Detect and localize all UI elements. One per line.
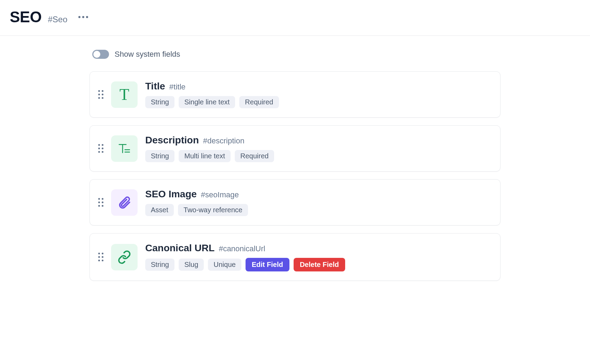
field-name: Description <box>145 135 199 146</box>
field-title-row: Title#title <box>145 81 492 92</box>
field-body: SEO Image#seoImageAssetTwo-way reference <box>145 189 492 216</box>
drag-handle-icon[interactable] <box>98 198 103 207</box>
field-badge: Required <box>239 96 279 108</box>
more-actions-button[interactable] <box>77 15 90 19</box>
field-badge: Slug <box>179 259 204 271</box>
field-body: Canonical URL#canonicalUrlStringSlugUniq… <box>145 243 492 271</box>
field-tag: #canonicalUrl <box>219 244 265 253</box>
badge-row: AssetTwo-way reference <box>145 204 492 216</box>
badge-row: StringSingle line textRequired <box>145 96 492 108</box>
field-card[interactable]: Canonical URL#canonicalUrlStringSlugUniq… <box>90 233 500 281</box>
page-title: SEO <box>10 8 41 26</box>
field-badge: Asset <box>145 204 174 216</box>
show-system-fields-toggle[interactable] <box>92 50 109 59</box>
badge-row: StringMulti line textRequired <box>145 150 492 162</box>
field-badge: Two-way reference <box>178 204 248 216</box>
field-card[interactable]: Description#descriptionStringMulti line … <box>90 125 500 172</box>
field-badge: String <box>145 96 174 108</box>
drag-handle-icon[interactable] <box>98 90 103 99</box>
page-tag: #Seo <box>48 15 67 24</box>
field-type-icon <box>111 135 138 162</box>
field-card[interactable]: TTitle#titleStringSingle line textRequir… <box>90 71 500 118</box>
field-type-icon <box>111 244 138 270</box>
delete-field-button[interactable]: Delete Field <box>294 258 345 271</box>
text-icon: T <box>119 85 129 104</box>
field-badge: Single line text <box>179 96 235 108</box>
field-badge: Multi line text <box>179 150 231 162</box>
field-body: Title#titleStringSingle line textRequire… <box>145 81 492 108</box>
field-card[interactable]: SEO Image#seoImageAssetTwo-way reference <box>90 179 500 225</box>
field-badge: Required <box>235 150 274 162</box>
field-title-row: Description#description <box>145 135 492 146</box>
edit-field-button[interactable]: Edit Field <box>246 258 289 271</box>
show-system-fields-label: Show system fields <box>115 50 180 59</box>
badge-row: StringSlugUniqueEdit FieldDelete Field <box>145 258 492 271</box>
multiline-text-icon <box>117 142 131 156</box>
show-system-fields-row: Show system fields <box>92 50 500 59</box>
field-type-icon: T <box>111 81 138 108</box>
field-badge: Unique <box>208 259 241 271</box>
field-body: Description#descriptionStringMulti line … <box>145 135 492 162</box>
field-type-icon <box>111 189 138 216</box>
field-name: SEO Image <box>145 189 197 200</box>
field-tag: #description <box>203 136 244 145</box>
drag-handle-icon[interactable] <box>98 144 103 153</box>
field-tag: #seoImage <box>201 190 239 199</box>
field-badge: String <box>145 259 174 271</box>
page-header: SEO #Seo <box>0 0 590 36</box>
field-badge: String <box>145 150 174 162</box>
attachment-icon <box>117 196 131 209</box>
link-icon <box>117 250 131 264</box>
field-name: Canonical URL <box>145 243 215 254</box>
field-title-row: Canonical URL#canonicalUrl <box>145 243 492 254</box>
field-name: Title <box>145 81 165 92</box>
drag-handle-icon[interactable] <box>98 253 103 261</box>
toggle-knob <box>93 51 100 58</box>
field-tag: #title <box>169 82 185 92</box>
field-title-row: SEO Image#seoImage <box>145 189 492 200</box>
content-area: Show system fields TTitle#titleStringSin… <box>86 36 504 302</box>
